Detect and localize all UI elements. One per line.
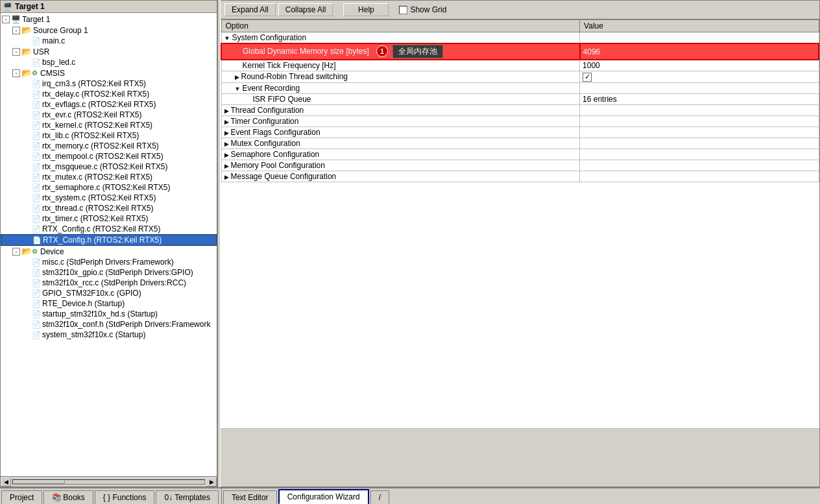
tree-item-sourcegroup1[interactable]: -📂Source Group 1 — [1, 25, 217, 36]
tree-label-bsp_led_c: bsp_led.c — [42, 58, 75, 67]
value-cell-global_dyn_mem: 4096 — [580, 43, 819, 60]
tree-label-gpio_stm32f10x_c: GPIO_STM32F10x.c (GPIO) — [42, 289, 141, 298]
tree-item-system_stm32f10x_c[interactable]: 📄system_stm32f10x.c (Startup) — [1, 330, 217, 340]
tree-item-rtx_memory_c[interactable]: 📄rtx_memory.c (RTOS2:Keil RTX5) — [1, 141, 217, 151]
tree-item-device[interactable]: -📂⚙Device — [1, 246, 217, 257]
tree-item-irq_cm3_s[interactable]: 📄irq_cm3.s (RTOS2:Keil RTX5) — [1, 78, 217, 89]
tree-item-misc_c[interactable]: 📄misc.c (StdPeriph Drivers:Framework) — [1, 257, 217, 267]
value-cell-round_robin — [580, 71, 819, 83]
show-grid-checkbox[interactable] — [399, 6, 407, 14]
config-row-event_recording[interactable]: ▼Event Recording — [221, 82, 819, 93]
scroll-right-btn[interactable]: ▶ — [206, 477, 217, 486]
option-cell-event_recording: ▼Event Recording — [221, 82, 580, 93]
tree-label-rtx_timer_c: rtx_timer.c (RTOS2:Keil RTX5) — [42, 214, 148, 223]
gear-icon: ⚙ — [32, 69, 38, 77]
tree-item-stm32f10x_gpio_c[interactable]: 📄stm32f10x_gpio.c (StdPeriph Drivers:GPI… — [1, 267, 217, 278]
tree-item-rtx_timer_c[interactable]: 📄rtx_timer.c (RTOS2:Keil RTX5) — [1, 213, 217, 224]
tree-item-rtx_config_h[interactable]: 📄RTX_Config.h (RTOS2:Keil RTX5) — [1, 234, 217, 246]
collapse-all-button[interactable]: Collapse All — [278, 3, 333, 16]
config-row-timer_config[interactable]: ▶Timer Configuration — [221, 115, 819, 126]
config-row-event_flags_config[interactable]: ▶Event Flags Configuration — [221, 126, 819, 138]
option-cell-round_robin: ▶Round-Robin Thread switching — [221, 71, 580, 83]
scroll-track[interactable] — [12, 479, 205, 485]
china-button[interactable]: 全局内存池 — [392, 45, 443, 58]
right-panel: Expand All Collapse All Help Show Grid — [221, 0, 820, 487]
expand-all-button[interactable]: Expand All — [224, 3, 276, 16]
tree-label-rtx_config_c: RTX_Config.c (RTOS2:Keil RTX5) — [42, 224, 161, 234]
scroll-thumb[interactable] — [13, 480, 65, 484]
config-row-memory_pool_config[interactable]: ▶Memory Pool Configuration — [221, 160, 819, 171]
tab-functions[interactable]: { } Functions — [95, 490, 155, 504]
tree-hscroll[interactable]: ◀ ▶ — [1, 476, 217, 486]
tree-item-bsp_led_c[interactable]: 📄bsp_led.c — [1, 57, 217, 67]
config-row-thread_config[interactable]: ▶Thread Configuration — [221, 104, 819, 115]
tree-item-rtx_evflags_c[interactable]: 📄rtx_evflags.c (RTOS2:Keil RTX5) — [1, 99, 217, 110]
expand-btn-target1[interactable]: - — [2, 16, 10, 23]
tab-text-editor[interactable]: Text Editor — [223, 490, 277, 504]
tree-item-rtx_semaphore_c[interactable]: 📄rtx_semaphore.c (RTOS2:Keil RTX5) — [1, 182, 217, 193]
main-container: 🖥️ Target 1 -🖥️Target 1-📂Source Group 1📄… — [0, 0, 820, 504]
expand-btn-cmsis[interactable]: - — [12, 69, 20, 77]
right-tabs: Text Editor Configuration Wizard / — [222, 488, 820, 504]
scroll-left-btn[interactable]: ◀ — [1, 477, 11, 486]
config-row-mutex_config[interactable]: ▶Mutex Configuration — [221, 138, 819, 149]
tree-item-target1[interactable]: -🖥️Target 1 — [1, 14, 217, 25]
tree-item-main_c[interactable]: 📄main.c — [1, 36, 217, 46]
config-row-global_dyn_mem[interactable]: Global Dynamic Memory size [bytes] 1 全局内… — [221, 43, 819, 60]
tree-label-usr: USR — [33, 47, 49, 56]
expand-tri-thread_config[interactable]: ▶ — [224, 108, 229, 114]
tree-item-rtx_system_c[interactable]: 📄rtx_system.c (RTOS2:Keil RTX5) — [1, 193, 217, 203]
help-button[interactable]: Help — [343, 3, 389, 16]
tree-item-rtx_mempool_c[interactable]: 📄rtx_mempool.c (RTOS2:Keil RTX5) — [1, 151, 217, 162]
tab-templates[interactable]: 0↓ Templates — [156, 490, 218, 504]
tree-item-rtx_msgqueue_c[interactable]: 📄rtx_msgqueue.c (RTOS2:Keil RTX5) — [1, 162, 217, 172]
expand-tri-memory_pool_config[interactable]: ▶ — [224, 163, 229, 169]
value-cell-thread_config — [580, 104, 819, 115]
expand-btn-usr[interactable]: - — [12, 48, 20, 56]
expand-btn-device[interactable]: - — [12, 248, 20, 256]
toolbar: Expand All Collapse All Help Show Grid — [221, 1, 819, 19]
expand-tri-semaphore_config[interactable]: ▶ — [224, 152, 229, 158]
tree-item-rtx_lib_c[interactable]: 📄rtx_lib.c (RTOS2:Keil RTX5) — [1, 130, 217, 141]
tree-item-rtx_evr_c[interactable]: 📄rtx_evr.c (RTOS2:Keil RTX5) — [1, 110, 217, 120]
tree-item-startup_stm32f10x_hd_s[interactable]: 📄startup_stm32f10x_hd.s (Startup) — [1, 309, 217, 319]
tab-config-wizard[interactable]: Configuration Wizard — [278, 489, 369, 504]
tree-item-rte_device_h[interactable]: 📄RTE_Device.h (Startup) — [1, 298, 217, 309]
expand-tri-event_flags_config[interactable]: ▶ — [224, 130, 229, 136]
tree-label-rtx_thread_c: rtx_thread.c (RTOS2:Keil RTX5) — [42, 204, 153, 213]
tree-item-usr[interactable]: -📂USR — [1, 46, 217, 57]
tree-item-gpio_stm32f10x_c[interactable]: 📄GPIO_STM32F10x.c (GPIO) — [1, 288, 217, 298]
expand-tri-event_recording[interactable]: ▼ — [235, 86, 241, 92]
expand-tri-mutex_config[interactable]: ▶ — [224, 141, 229, 147]
config-row-semaphore_config[interactable]: ▶Semaphore Configuration — [221, 149, 819, 160]
table-wrapper[interactable]: Option Value ▼System Configuration Globa… — [221, 19, 819, 428]
tab-books[interactable]: 📚 Books — [43, 490, 93, 504]
tree-item-rtx_delay_c[interactable]: 📄rtx_delay.c (RTOS2:Keil RTX5) — [1, 89, 217, 99]
value-cell-memory_pool_config — [580, 160, 819, 171]
config-row-kernel_tick[interactable]: Kernel Tick Frequency [Hz] 1000 — [221, 60, 819, 71]
tree-item-rtx_mutex_c[interactable]: 📄rtx_mutex.c (RTOS2:Keil RTX5) — [1, 172, 217, 182]
config-row-isr_fifo_queue[interactable]: ISR FIFO Queue 16 entries — [221, 93, 819, 104]
config-row-round_robin[interactable]: ▶Round-Robin Thread switching — [221, 71, 819, 83]
tab-slash[interactable]: / — [370, 490, 389, 504]
value-cell-mutex_config — [580, 138, 819, 149]
config-row-system_config[interactable]: ▼System Configuration — [221, 32, 819, 44]
tree-item-rtx_kernel_c[interactable]: 📄rtx_kernel.c (RTOS2:Keil RTX5) — [1, 120, 217, 130]
tree-item-rtx_thread_c[interactable]: 📄rtx_thread.c (RTOS2:Keil RTX5) — [1, 203, 217, 213]
tree-item-stm32f10x_conf_h[interactable]: 📄stm32f10x_conf.h (StdPeriph Drivers:Fra… — [1, 319, 217, 330]
option-label-kernel_tick: Kernel Tick Frequency [Hz] — [243, 61, 336, 70]
expand-tri-system_config[interactable]: ▼ — [224, 35, 230, 42]
expand-tri-timer_config[interactable]: ▶ — [224, 119, 229, 125]
tab-project[interactable]: Project — [1, 490, 42, 504]
tree-item-rtx_config_c[interactable]: 📄RTX_Config.c (RTOS2:Keil RTX5) — [1, 224, 217, 234]
expand-tri-message_queue_config[interactable]: ▶ — [224, 174, 229, 180]
config-row-message_queue_config[interactable]: ▶Message Queue Configuration — [221, 171, 819, 182]
checkbox-round_robin[interactable] — [583, 73, 592, 82]
tree-item-cmsis[interactable]: -📂⚙CMSIS — [1, 67, 217, 78]
tree-content[interactable]: -🖥️Target 1-📂Source Group 1📄main.c-📂USR📄… — [1, 13, 217, 476]
expand-btn-sourcegroup1[interactable]: - — [12, 27, 20, 34]
tree-item-stm32f10x_rcc_c[interactable]: 📄stm32f10x_rcc.c (StdPeriph Drivers:RCC) — [1, 278, 217, 288]
option-cell-memory_pool_config: ▶Memory Pool Configuration — [221, 160, 580, 171]
tree-label-main_c: main.c — [42, 36, 65, 45]
expand-tri-round_robin[interactable]: ▶ — [235, 74, 239, 80]
